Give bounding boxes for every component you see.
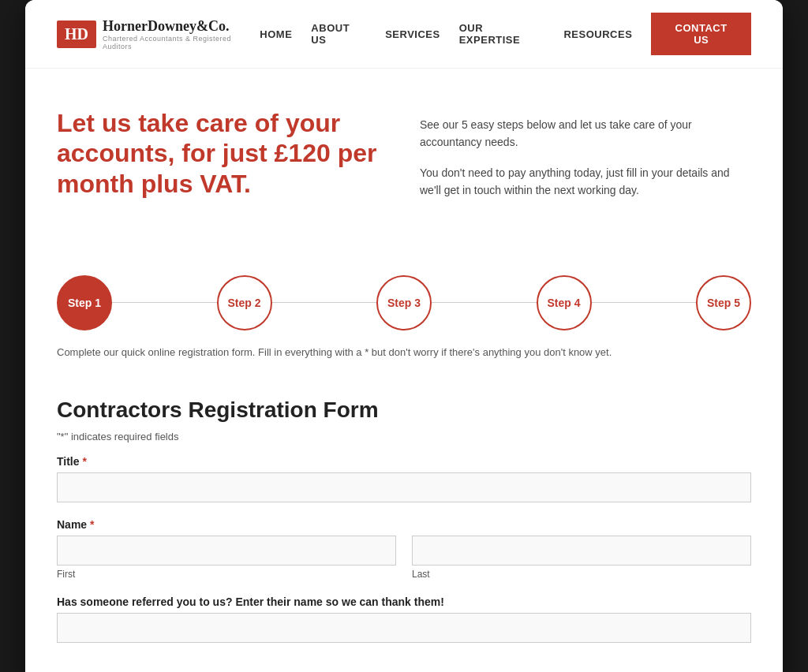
last-name-field: Last	[412, 536, 751, 580]
name-label: Name *	[57, 518, 751, 531]
required-note: "*" indicates required fields	[57, 431, 751, 442]
step-connector-4	[592, 302, 697, 303]
logo-company: HornerDowney&Co.	[103, 18, 260, 35]
title-required-star: *	[80, 455, 87, 468]
title-group: Title *	[57, 455, 751, 502]
hero-headline: Let us take care of your accounts, for j…	[57, 108, 388, 199]
step-connector-2	[272, 302, 377, 303]
step-4[interactable]: Step 4	[537, 275, 592, 330]
hero-desc1: See our 5 easy steps below and let us ta…	[420, 116, 751, 151]
form-title: Contractors Registration Form	[57, 398, 751, 423]
steps-section: Step 1 Step 2 Step 3 Step 4 Step 5 Compl…	[25, 244, 783, 382]
logo-area: HD HornerDowney&Co. Chartered Accountant…	[57, 18, 260, 50]
referral-group: Has someone referred you to us? Enter th…	[57, 595, 751, 643]
navbar: HD HornerDowney&Co. Chartered Accountant…	[25, 0, 783, 69]
name-row: First Last	[57, 536, 751, 580]
first-name-label: First	[57, 569, 396, 580]
hero-section: Let us take care of your accounts, for j…	[25, 69, 783, 244]
logo-text: HornerDowney&Co. Chartered Accountants &…	[103, 18, 260, 50]
hero-left: Let us take care of your accounts, for j…	[57, 108, 388, 212]
logo-hd: HD	[57, 21, 96, 48]
logo-subtitle: Chartered Accountants & Registered Audit…	[103, 35, 260, 50]
step-connector-3	[432, 302, 537, 303]
nav-home[interactable]: HOME	[260, 28, 292, 40]
nav-about[interactable]: ABOUT US	[311, 22, 366, 46]
steps-track: Step 1 Step 2 Step 3 Step 4 Step 5	[57, 275, 751, 330]
step-3[interactable]: Step 3	[376, 275, 432, 330]
nav-resources[interactable]: RESOURCES	[563, 28, 632, 40]
title-label: Title *	[57, 455, 751, 468]
title-input[interactable]	[57, 472, 751, 502]
nav-expertise[interactable]: OUR EXPERTISE	[459, 22, 545, 46]
step-5[interactable]: Step 5	[696, 275, 751, 330]
hero-right: See our 5 easy steps below and let us ta…	[420, 108, 751, 212]
name-required-star: *	[87, 518, 94, 531]
steps-note: Complete our quick online registration f…	[57, 346, 751, 358]
nav-links: HOME ABOUT US SERVICES OUR EXPERTISE RES…	[260, 13, 751, 55]
hero-desc2: You don't need to pay anything today, ju…	[420, 164, 751, 200]
referral-label: Has someone referred you to us? Enter th…	[57, 595, 751, 608]
first-name-input[interactable]	[57, 536, 396, 566]
step-2[interactable]: Step 2	[217, 275, 272, 330]
last-name-input[interactable]	[412, 536, 751, 566]
name-group: Name * First Last	[57, 518, 751, 580]
form-section: Contractors Registration Form "*" indica…	[25, 382, 783, 672]
last-name-label: Last	[412, 569, 751, 580]
step-connector-1	[112, 302, 217, 303]
contact-us-button[interactable]: CONTACT US	[651, 13, 751, 55]
step-1[interactable]: Step 1	[57, 275, 112, 330]
nav-services[interactable]: SERVICES	[385, 28, 440, 40]
referral-input[interactable]	[57, 613, 751, 643]
first-name-field: First	[57, 536, 396, 580]
browser-window: HD HornerDowney&Co. Chartered Accountant…	[25, 0, 783, 672]
